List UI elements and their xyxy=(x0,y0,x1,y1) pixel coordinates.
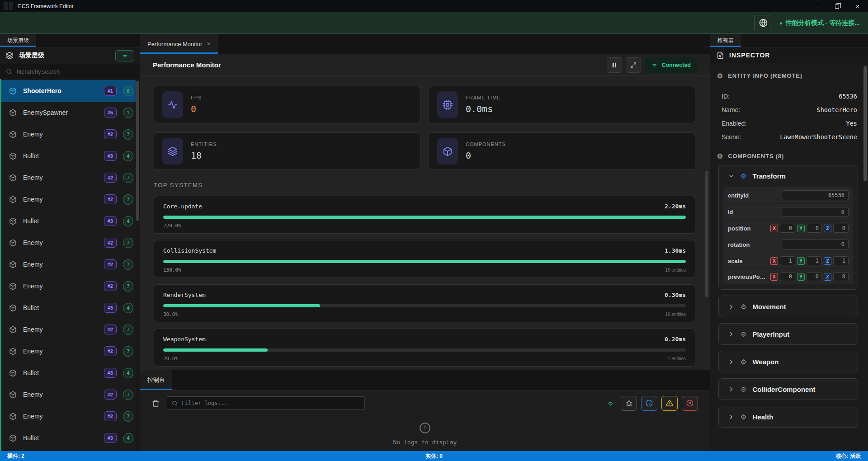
log-level-warning-button[interactable] xyxy=(661,396,678,411)
content-scrollbar[interactable] xyxy=(705,76,709,370)
menu-item[interactable] xyxy=(46,20,59,26)
axis-z-badge: Z xyxy=(824,257,831,265)
tab-close-icon[interactable]: × xyxy=(207,40,210,47)
component-header[interactable]: ⚙ Movement xyxy=(719,296,858,317)
entity-name: Bullet xyxy=(23,304,98,311)
hierarchy-row[interactable]: Enemy #2 7 xyxy=(1,384,140,405)
entity-component-count-badge: 7 xyxy=(123,194,133,205)
restore-button[interactable] xyxy=(826,0,847,12)
hierarchy-row[interactable]: Enemy #2 7 xyxy=(1,405,140,427)
hierarchy-row[interactable]: Bullet #3 4 xyxy=(1,210,140,232)
console-wifi-icon xyxy=(607,400,614,407)
component-header[interactable]: ⚙ Transform xyxy=(719,165,858,186)
log-level-debug-button[interactable] xyxy=(621,396,637,411)
minimize-icon xyxy=(814,6,819,6)
component-header[interactable]: ⚙ Weapon xyxy=(719,351,858,372)
entity-name: ShooterHero xyxy=(23,87,98,94)
log-level-error-button[interactable] xyxy=(682,396,698,411)
entity-component-count-badge: 7 xyxy=(123,259,133,270)
menu-item[interactable] xyxy=(33,20,46,26)
hierarchy-row[interactable]: Bullet #3 4 xyxy=(1,145,140,167)
component-header[interactable]: ⚙ ColliderComponent xyxy=(719,379,858,400)
vec3-x-input[interactable]: 0 xyxy=(780,224,795,233)
entity-name: Enemy xyxy=(23,131,98,138)
menu-item[interactable] xyxy=(59,20,71,26)
expand-button[interactable] xyxy=(626,57,641,73)
entity-component-count-badge: 7 xyxy=(123,411,133,422)
inspector-scrollbar[interactable] xyxy=(863,63,868,451)
hierarchy-row[interactable]: Enemy #2 7 xyxy=(1,254,140,275)
close-icon: × xyxy=(856,3,860,9)
single-input[interactable]: 0 xyxy=(782,207,849,217)
component-card: ⚙ Weapon xyxy=(718,351,858,372)
hierarchy-scrollbar[interactable] xyxy=(136,79,140,451)
tab-performance-monitor[interactable]: Performance Monitor × xyxy=(140,34,218,54)
hierarchy-row[interactable]: ShooterHero #1 8 xyxy=(1,80,140,102)
vec3-y-input[interactable]: 1 xyxy=(807,256,822,265)
clear-logs-trash-icon[interactable] xyxy=(152,400,160,407)
vec3-z-input[interactable]: 1 xyxy=(833,256,849,265)
hierarchy-row[interactable]: Enemy #2 7 xyxy=(1,340,140,362)
transform-properties: entityId 65536 id 0 position xyxy=(723,187,853,285)
component-name: Health xyxy=(752,413,773,421)
chevron-down-icon xyxy=(728,173,735,179)
vec3-z-input[interactable]: 0 xyxy=(833,224,849,233)
hierarchy-row[interactable]: Enemy #2 7 xyxy=(1,275,140,297)
component-header[interactable]: ⚙ PlayerInput xyxy=(719,324,858,344)
hierarchy-row[interactable]: Enemy #2 7 xyxy=(1,319,140,340)
metric-value: 18 xyxy=(191,150,217,161)
statusbar: 插件: 2 实体: 0 核心: 活跃 xyxy=(0,451,868,461)
menu-item[interactable] xyxy=(8,20,21,26)
component-gear-icon: ⚙ xyxy=(741,303,746,310)
single-input[interactable]: 0 xyxy=(782,240,849,249)
globe-icon xyxy=(759,19,768,27)
hierarchy-title: 场景层级 xyxy=(19,52,44,60)
filter-logs-placeholder: Filter logs... xyxy=(182,400,227,406)
metric-label: ENTITIES xyxy=(191,141,217,147)
entity-id-badge: #3 xyxy=(104,303,117,313)
inspector-body: ⚙ ENTITY INFO (REMOTE) ID: 65536 Name: S… xyxy=(710,63,868,451)
component-header[interactable]: ⚙ Health xyxy=(719,406,858,427)
vec3-y-input[interactable]: 0 xyxy=(807,224,822,233)
tab-console[interactable]: 控制台 xyxy=(140,370,172,390)
hierarchy-row[interactable]: Enemy #2 7 xyxy=(1,188,140,210)
tab-inspector[interactable]: 检视器 xyxy=(710,34,741,47)
hierarchy-row[interactable]: Enemy #2 7 xyxy=(1,232,140,254)
hierarchy-row[interactable]: EnemySpawner #5 1 xyxy=(1,102,140,123)
language-globe-button[interactable] xyxy=(754,15,772,31)
vec3-x-input[interactable]: 0 xyxy=(780,272,795,281)
entity-component-count-badge: 4 xyxy=(123,368,133,378)
pause-button[interactable] xyxy=(607,57,622,73)
close-button[interactable]: × xyxy=(847,0,868,12)
system-name: CollisionSystem xyxy=(163,247,216,254)
expand-icon xyxy=(630,62,637,68)
hierarchy-row[interactable]: Enemy #2 7 xyxy=(1,167,140,188)
axis-x-badge: X xyxy=(770,273,778,281)
entity-name: Bullet xyxy=(23,434,98,442)
hierarchy-remote-toggle[interactable] xyxy=(115,50,134,61)
layers-icon xyxy=(5,52,14,60)
hierarchy-row[interactable]: Bullet #3 4 xyxy=(1,297,140,319)
vec3-y-input[interactable]: 0 xyxy=(807,272,822,281)
entity-info-fields: ID: 65536 Name: ShooterHero Enabled: Yes… xyxy=(717,89,858,144)
hierarchy-row[interactable]: Bullet #3 4 xyxy=(1,427,140,449)
tab-hierarchy[interactable]: 场景层级 xyxy=(0,34,36,47)
menubar: ● 性能分析模式 - 等待连接... xyxy=(0,12,868,34)
hierarchy-row[interactable]: Bullet #3 4 xyxy=(1,362,140,384)
property-row: scale X 1 Y 1 Z 1 xyxy=(723,253,853,269)
log-level-info-button[interactable] xyxy=(641,396,657,411)
vec3-x-input[interactable]: 1 xyxy=(780,256,795,265)
metric-card: COMPONENTS 0 xyxy=(429,132,695,170)
filter-logs-input[interactable]: Filter logs... xyxy=(167,396,365,410)
hierarchy-search-input[interactable]: hierarchy.search xyxy=(0,64,140,79)
single-input[interactable]: 65536 xyxy=(782,190,849,200)
menu-item[interactable] xyxy=(21,20,33,26)
system-percent: 220.0% xyxy=(163,223,181,229)
minimize-button[interactable] xyxy=(806,0,826,12)
hierarchy-row[interactable]: Enemy #2 7 xyxy=(1,123,140,145)
app-logo xyxy=(4,2,14,10)
entity-name: Enemy xyxy=(23,348,98,355)
property-label: id xyxy=(728,209,778,216)
axis-x-badge: X xyxy=(770,225,778,232)
vec3-z-input[interactable]: 0 xyxy=(833,272,849,281)
